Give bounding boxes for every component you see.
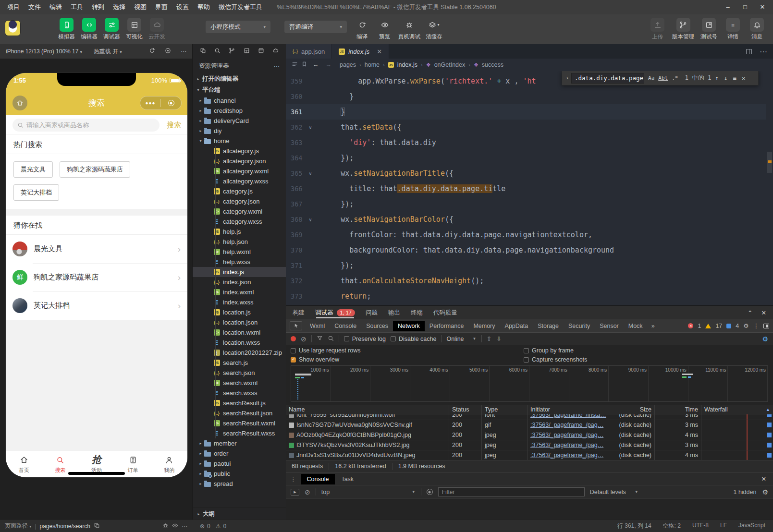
errors-icon[interactable]: ⊗ — [200, 523, 205, 530]
copy-path-icon[interactable] — [94, 522, 100, 530]
close-find-icon[interactable]: ✕ — [742, 74, 746, 82]
restart-icon[interactable] — [149, 48, 155, 55]
nav-forward-icon[interactable]: → — [326, 61, 332, 68]
details-button[interactable]: ≡详情 — [722, 18, 744, 40]
devtools-more-icon[interactable]: ⋮ — [753, 322, 760, 329]
tree-item-spread[interactable]: ▸spread — [193, 479, 286, 489]
find-next-icon[interactable]: ↓ — [724, 74, 728, 82]
editor-toggle-button[interactable]: 编辑器 — [78, 18, 100, 40]
tree-item-index.json[interactable]: {..}index.json — [193, 277, 286, 287]
hot-reload-toggle[interactable]: 热重载 开 ▾ — [94, 48, 122, 56]
warnings-icon[interactable]: ⚠ — [216, 523, 221, 530]
breadcrumb-item[interactable]: home — [365, 61, 380, 68]
breadcrumb-item[interactable]: pages — [340, 61, 356, 68]
git-icon[interactable] — [229, 47, 235, 56]
status-item[interactable]: 空格: 2 — [663, 522, 681, 530]
group-by-frame-checkbox[interactable]: Group by frame — [524, 347, 768, 354]
tree-item-member[interactable]: ▸member — [193, 438, 286, 448]
more-dots-icon[interactable]: ●●● — [140, 100, 160, 106]
menu-item[interactable]: 文件 — [24, 0, 45, 14]
close-tab-icon[interactable]: ✕ — [377, 48, 382, 55]
messages-button[interactable]: 消息 — [746, 18, 768, 40]
collapse-panel-icon[interactable]: ⌃ — [748, 309, 752, 316]
menu-item[interactable]: 帮助 — [193, 0, 214, 14]
network-overview-timeline[interactable]: 1000 ms2000 ms3000 ms4000 ms5000 ms6000 … — [291, 365, 768, 402]
live-expression-icon[interactable] — [427, 489, 433, 495]
hot-search-tag[interactable]: 英记大排档 — [13, 184, 59, 201]
initiator-link[interactable]: :37563/_pageframe_/pag… — [530, 452, 603, 459]
capsule-menu[interactable]: ●●● — [140, 96, 182, 110]
extensions-icon[interactable] — [244, 47, 250, 56]
status-item[interactable]: UTF-8 — [692, 522, 709, 530]
preview-button[interactable]: 预览 — [373, 18, 396, 40]
column-header-name[interactable]: Name — [286, 405, 449, 414]
compile-mode-select[interactable]: 普通编译▾ — [284, 21, 347, 33]
code-area[interactable]: 359 app.WxParse.wxParse('richtext.' + x … — [286, 71, 773, 305]
menu-item[interactable]: 编辑 — [45, 0, 66, 14]
fold-icon[interactable]: ∨ — [306, 125, 315, 130]
mode-select[interactable]: 小程序模式▾ — [206, 21, 270, 33]
column-header-waterfall[interactable]: Waterfall▲ — [701, 405, 773, 414]
find-prev-icon[interactable]: ↑ — [715, 74, 719, 82]
initiator-link[interactable]: :37563/_pageframe_/pag… — [530, 432, 603, 438]
breadcrumb-item[interactable]: index.js — [397, 61, 417, 68]
tree-item-searchResult.wxss[interactable]: ΞsearchResult.wxss — [193, 428, 286, 438]
export-har-icon[interactable]: ⇩ — [496, 335, 501, 342]
large-rows-checkbox[interactable]: Use large request rows — [291, 347, 524, 354]
panel-tab-构建[interactable]: 构建 — [293, 306, 305, 319]
close-button[interactable]: ✕ — [754, 0, 771, 14]
more-options-icon[interactable]: ⋯ — [181, 48, 186, 55]
table-row[interactable]: IsnNc7SG7D7wUVdvwa0gN0SsVvCSnv.gif200gif… — [286, 420, 773, 430]
tab-index-js[interactable]: JSindex.js✕ — [332, 44, 389, 59]
tree-item-index.wxss[interactable]: Ξindex.wxss — [193, 297, 286, 307]
find-input[interactable]: .data.diy.data.page.ti — [571, 73, 644, 84]
devtools-tab-security[interactable]: Security — [564, 321, 595, 331]
tree-item-search.wxss[interactable]: Ξsearch.wxss — [193, 388, 286, 398]
tree-item-index.wxml[interactable]: <>index.wxml — [193, 287, 286, 297]
minimize-button[interactable]: – — [719, 0, 736, 14]
tree-item-location.wxml[interactable]: <>location.wxml — [193, 327, 286, 338]
close-capsule-icon[interactable] — [161, 100, 181, 106]
tree-item-searchResult.json[interactable]: {..}searchResult.json — [193, 408, 286, 418]
outline-section[interactable]: ▸大纲 — [193, 508, 286, 520]
menu-item[interactable]: 项目 — [3, 0, 24, 14]
column-header-status[interactable]: Status — [449, 405, 482, 414]
column-header-type[interactable]: Type — [482, 405, 528, 414]
user-avatar[interactable] — [5, 20, 21, 36]
console-sidebar-icon[interactable]: ▶ — [291, 489, 299, 496]
clear-cache-button[interactable]: ▾清缓存 — [423, 18, 445, 40]
menu-item[interactable]: 转到 — [87, 0, 109, 14]
menu-item[interactable]: 微信开发者工具 — [214, 0, 267, 14]
clear-icon[interactable]: ⊘ — [301, 335, 307, 343]
root-folder-section[interactable]: ▾平台端 — [193, 85, 286, 96]
tree-item-public[interactable]: ▸public — [193, 469, 286, 479]
column-header-initiator[interactable]: Initiator — [528, 405, 608, 414]
tree-item-help.wxml[interactable]: <>help.wxml — [193, 247, 286, 257]
devtools-tab-storage[interactable]: Storage — [533, 321, 564, 331]
tree-item-searchResult.js[interactable]: JSsearchResult.js — [193, 398, 286, 408]
menu-item[interactable]: 视图 — [130, 0, 151, 14]
tree-item-searchResult.wxml[interactable]: <>searchResult.wxml — [193, 418, 286, 428]
tree-item-paotui[interactable]: ▸paotui — [193, 459, 286, 469]
console-output-area[interactable] — [286, 498, 773, 520]
column-header-time[interactable]: Time — [655, 405, 701, 414]
close-drawer-icon[interactable]: ✕ — [755, 475, 773, 483]
breadcrumb-item[interactable]: success — [482, 61, 503, 68]
tree-item-category.json[interactable]: {..}category.json — [193, 196, 286, 206]
files-icon[interactable] — [200, 47, 206, 56]
devtools-tab-performance[interactable]: Performance — [425, 321, 469, 331]
tree-item-index.js[interactable]: JSindex.js — [193, 267, 286, 277]
menu-item[interactable]: 设置 — [172, 0, 193, 14]
devtools-tab-appdata[interactable]: AppData — [500, 321, 533, 331]
show-overview-checkbox[interactable]: Show overview — [291, 356, 524, 363]
tree-item-help.js[interactable]: JShelp.js — [193, 227, 286, 237]
outline-icon[interactable] — [292, 61, 298, 69]
inspect-icon[interactable] — [290, 321, 302, 330]
disable-cache-checkbox[interactable]: Disable cache — [391, 336, 437, 342]
tree-item-location.js[interactable]: JSlocation.js — [193, 307, 286, 317]
console-settings-icon[interactable]: ⚙ — [762, 488, 768, 496]
tree-item-help.wxss[interactable]: Ξhelp.wxss — [193, 257, 286, 267]
tree-item-search.json[interactable]: {..}search.json — [193, 368, 286, 378]
devtools-tab-memory[interactable]: Memory — [468, 321, 500, 331]
hot-search-tag[interactable]: 晨光文具 — [13, 161, 53, 178]
